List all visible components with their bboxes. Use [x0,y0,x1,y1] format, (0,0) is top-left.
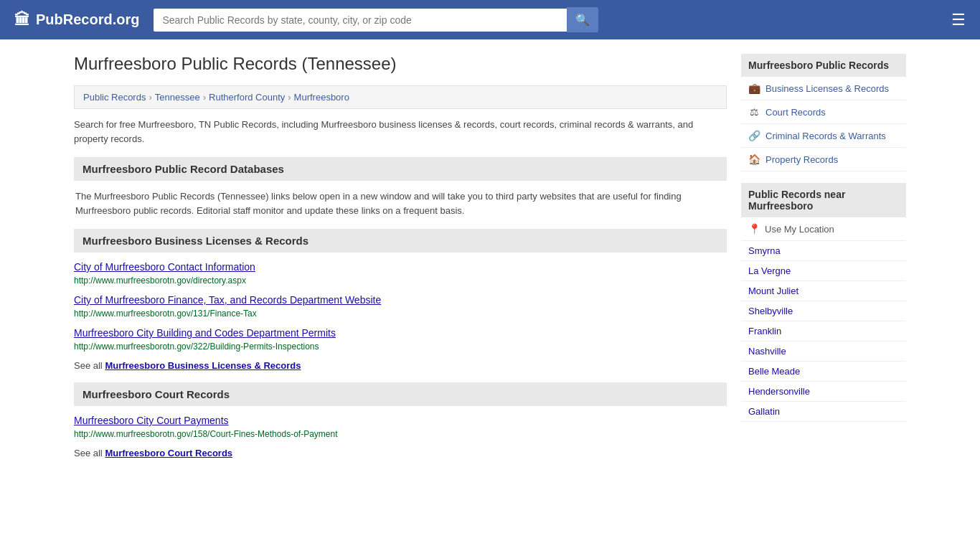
nearby-nashville[interactable]: Nashville [741,342,906,362]
breadcrumb-murfreesboro[interactable]: Murfreesboro [294,92,349,103]
nearby-bellemeade[interactable]: Belle Meade [741,362,906,382]
nearby-mountjuliet-link[interactable]: Mount Juliet [748,286,798,296]
breadcrumb-sep-3: › [288,92,291,103]
logo-text: PubRecord.org [36,11,139,28]
sidebar-court-link[interactable]: Court Records [765,107,826,118]
nearby-smyrna-link[interactable]: Smyrna [748,245,781,256]
use-location-button[interactable]: 📍 Use My Location [741,217,906,241]
nearby-gallatin[interactable]: Gallatin [741,402,906,422]
nearby-franklin-link[interactable]: Franklin [748,326,781,336]
location-icon: 📍 [748,223,760,235]
business-see-all-link[interactable]: Murfreesboro Business Licenses & Records [105,360,301,371]
sidebar-public-records-title: Murfreesboro Public Records [741,54,906,77]
databases-header: Murfreesboro Public Record Databases [74,157,727,181]
business-url-2: http://www.murfreesborotn.gov/131/Financ… [74,309,727,319]
nearby-hendersonville-link[interactable]: Hendersonville [748,386,810,397]
nearby-bellemeade-link[interactable]: Belle Meade [748,366,800,377]
nearby-hendersonville[interactable]: Hendersonville [741,382,906,402]
nearby-gallatin-link[interactable]: Gallatin [748,406,780,417]
hamburger-icon: ☰ [951,11,966,29]
business-link-2-title[interactable]: City of Murfreesboro Finance, Tax, and R… [74,294,381,306]
nearby-mountjuliet[interactable]: Mount Juliet [741,281,906,301]
business-link-2: City of Murfreesboro Finance, Tax, and R… [74,294,727,306]
main-container: Murfreesboro Public Records (Tennessee) … [60,39,920,470]
breadcrumb-rutherford[interactable]: Rutherford County [209,92,285,103]
databases-description: The Murfreesboro Public Records (Tenness… [74,189,727,217]
sidebar-item-court[interactable]: ⚖ Court Records [741,100,906,124]
nearby-franklin[interactable]: Franklin [741,321,906,342]
breadcrumb-sep-1: › [149,92,151,103]
business-url-3: http://www.murfreesborotn.gov/322/Buildi… [74,342,727,352]
main-content: Murfreesboro Public Records (Tennessee) … [74,54,727,470]
sidebar-public-records: Murfreesboro Public Records 💼 Business L… [741,54,906,171]
nearby-shelbyville[interactable]: Shelbyville [741,301,906,321]
search-icon: 🔍 [575,14,590,26]
intro-text: Search for free Murfreesboro, TN Public … [74,118,727,146]
use-location-label: Use My Location [765,224,834,235]
nearby-nashville-link[interactable]: Nashville [748,346,786,357]
nearby-lavergne[interactable]: La Vergne [741,261,906,281]
breadcrumb-public-records[interactable]: Public Records [83,92,146,103]
business-link-1-title[interactable]: City of Murfreesboro Contact Information [74,261,255,273]
sidebar-property-link[interactable]: Property Records [765,154,838,165]
house-icon: 🏠 [748,154,760,165]
search-button[interactable]: 🔍 [567,7,598,32]
sidebar-criminal-link[interactable]: Criminal Records & Warrants [765,131,886,141]
business-see-all: See all Murfreesboro Business Licenses &… [74,360,727,371]
briefcase-icon: 💼 [748,83,760,94]
breadcrumb-sep-2: › [203,92,206,103]
breadcrumb-tennessee[interactable]: Tennessee [155,92,200,103]
site-logo[interactable]: 🏛 PubRecord.org [14,11,139,29]
business-url-1: http://www.murfreesborotn.gov/directory.… [74,276,727,286]
sidebar-item-property[interactable]: 🏠 Property Records [741,148,906,171]
court-see-all-link[interactable]: Murfreesboro Court Records [105,448,232,458]
page-title: Murfreesboro Public Records (Tennessee) [74,54,727,74]
scales-icon: ⚖ [748,106,760,118]
search-input[interactable] [154,9,567,32]
nearby-smyrna[interactable]: Smyrna [741,241,906,261]
search-bar: 🔍 [154,7,598,32]
business-section-header: Murfreesboro Business Licenses & Records [74,229,727,253]
court-link-1-title[interactable]: Murfreesboro City Court Payments [74,415,229,426]
sidebar-item-criminal[interactable]: 🔗 Criminal Records & Warrants [741,124,906,148]
sidebar-business-link[interactable]: Business Licenses & Records [765,83,889,94]
sidebar: Murfreesboro Public Records 💼 Business L… [741,54,906,470]
court-see-all-label: See all [74,448,103,458]
menu-button[interactable]: ☰ [951,11,966,29]
see-all-label: See all [74,360,103,371]
court-url-1: http://www.murfreesborotn.gov/158/Court-… [74,429,727,439]
court-link-1: Murfreesboro City Court Payments [74,415,727,426]
link-icon: 🔗 [748,130,760,141]
business-link-1: City of Murfreesboro Contact Information [74,261,727,273]
nearby-shelbyville-link[interactable]: Shelbyville [748,306,793,316]
court-section-header: Murfreesboro Court Records [74,382,727,406]
site-header: 🏛 PubRecord.org 🔍 ☰ [0,0,980,39]
sidebar-nearby-title: Public Records near Murfreesboro [741,183,906,217]
sidebar-nearby: Public Records near Murfreesboro 📍 Use M… [741,183,906,422]
business-link-3: Murfreesboro City Building and Codes Dep… [74,327,727,339]
sidebar-item-business[interactable]: 💼 Business Licenses & Records [741,77,906,100]
nearby-lavergne-link[interactable]: La Vergne [748,265,791,276]
breadcrumb: Public Records › Tennessee › Rutherford … [74,85,727,109]
court-see-all: See all Murfreesboro Court Records [74,448,727,458]
logo-icon: 🏛 [14,11,30,29]
business-link-3-title[interactable]: Murfreesboro City Building and Codes Dep… [74,327,336,339]
